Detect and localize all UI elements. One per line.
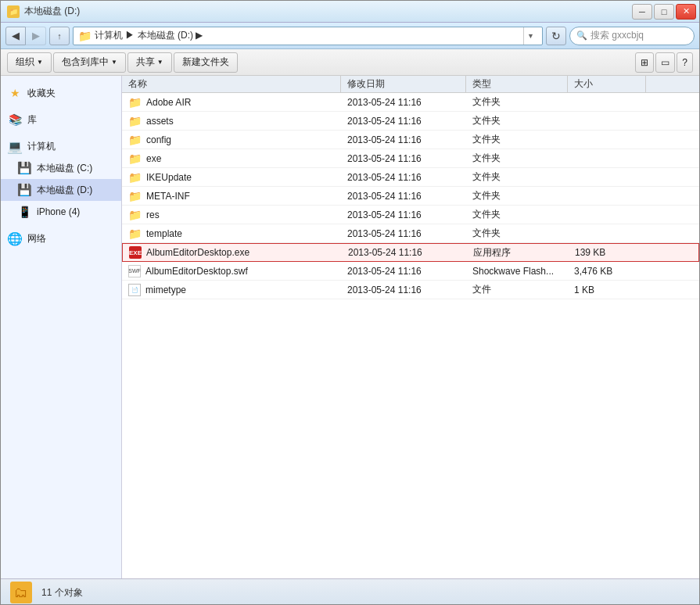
- iphone-icon: 📱: [16, 204, 32, 220]
- col-header-size[interactable]: 大小: [568, 76, 646, 92]
- file-name: AlbumEditorDesktop.exe: [146, 247, 249, 258]
- file-list-header: 名称 修改日期 类型 大小: [122, 76, 699, 93]
- col-header-type[interactable]: 类型: [466, 76, 568, 92]
- file-date-cell: 2013-05-24 11:16: [341, 149, 466, 167]
- file-date-cell: 2013-05-24 11:16: [341, 112, 466, 130]
- file-date-cell: 2013-05-24 11:16: [341, 93, 466, 111]
- file-type-cell: 文件夹: [466, 93, 568, 111]
- sidebar-library-label: 库: [27, 113, 115, 127]
- sidebar: ★ 收藏夹 📚 库 💻 计算机 💾 本地磁盘 (C:) 💾 本地磁盘 (D:: [1, 76, 122, 578]
- file-size-cell: 3,476 KB: [568, 262, 646, 280]
- file-name-cell: 📁 config: [122, 131, 341, 149]
- file-date-cell: 2013-05-24 11:16: [341, 206, 466, 224]
- sidebar-item-local-c[interactable]: 💾 本地磁盘 (C:): [1, 157, 121, 179]
- table-row[interactable]: 📁 assets 2013-05-24 11:16 文件夹: [122, 112, 699, 131]
- file-name-cell: EXE AlbumEditorDesktop.exe: [123, 244, 342, 261]
- file-name: exe: [146, 153, 161, 164]
- file-name-cell: 📁 META-INF: [122, 187, 341, 205]
- folder-icon: 📁: [128, 171, 142, 184]
- back-button[interactable]: ◀: [5, 27, 26, 45]
- sidebar-item-local-d[interactable]: 💾 本地磁盘 (D:): [1, 179, 121, 201]
- file-name: config: [146, 134, 171, 145]
- search-input[interactable]: 搜索 gxxcbjq: [591, 29, 687, 42]
- file-type-cell: 文件夹: [466, 187, 568, 205]
- library-dropdown-icon: ▼: [111, 59, 117, 66]
- refresh-button[interactable]: ↻: [546, 27, 566, 45]
- file-icon: 📄: [128, 284, 141, 296]
- window-title: 本地磁盘 (D:): [24, 5, 80, 18]
- close-button[interactable]: ✕: [676, 4, 696, 20]
- file-name: IKEUpdate: [146, 172, 192, 183]
- table-row[interactable]: SWF AlbumEditorDesktop.swf 2013-05-24 11…: [122, 262, 699, 281]
- table-row[interactable]: 📁 META-INF 2013-05-24 11:16 文件夹: [122, 187, 699, 206]
- file-date-cell: 2013-05-24 11:16: [341, 281, 466, 299]
- address-bar: ◀ ▶ ↑ 📁 计算机 ▶ 本地磁盘 (D:) ▶ ▼ ↻ 🔍 搜索 gxxcb…: [1, 23, 699, 49]
- sidebar-section-library: 📚 库: [1, 109, 121, 131]
- folder-icon: 📁: [128, 227, 142, 240]
- file-type-cell: 文件: [466, 281, 568, 299]
- file-type-cell: 文件夹: [466, 168, 568, 186]
- include-library-button[interactable]: 包含到库中 ▼: [53, 52, 126, 73]
- maximize-button[interactable]: □: [654, 4, 674, 20]
- table-row[interactable]: 📁 template 2013-05-24 11:16 文件夹: [122, 224, 699, 243]
- table-row[interactable]: 📁 exe 2013-05-24 11:16 文件夹: [122, 149, 699, 168]
- file-name-cell: 📁 Adobe AIR: [122, 93, 341, 111]
- title-bar-left: 📁 本地磁盘 (D:): [7, 5, 80, 18]
- table-row[interactable]: 📁 res 2013-05-24 11:16 文件夹: [122, 206, 699, 224]
- file-rows-container: 📁 Adobe AIR 2013-05-24 11:16 文件夹 📁 asset…: [122, 93, 699, 299]
- help-button[interactable]: ?: [677, 52, 693, 73]
- minimize-button[interactable]: ─: [632, 4, 652, 20]
- file-date-cell: 2013-05-24 11:16: [342, 244, 467, 261]
- file-name: mimetype: [145, 285, 186, 295]
- table-row[interactable]: 📄 mimetype 2013-05-24 11:16 文件 1 KB: [122, 281, 699, 299]
- file-date-cell: 2013-05-24 11:16: [341, 224, 466, 242]
- folder-icon: 📁: [128, 115, 142, 127]
- col-header-name[interactable]: 名称: [122, 76, 341, 92]
- sidebar-section-computer: 💻 计算机 💾 本地磁盘 (C:) 💾 本地磁盘 (D:) 📱 iPhone (…: [1, 135, 121, 223]
- up-button[interactable]: ↑: [49, 27, 70, 45]
- file-type-cell: 文件夹: [466, 149, 568, 167]
- file-name-cell: 📁 exe: [122, 149, 341, 167]
- sidebar-item-computer[interactable]: 💻 计算机: [1, 135, 121, 157]
- table-row[interactable]: 📁 IKEUpdate 2013-05-24 11:16 文件夹: [122, 168, 699, 187]
- file-name: Adobe AIR: [146, 97, 191, 108]
- file-size-cell: [568, 187, 646, 205]
- organize-dropdown-icon: ▼: [37, 59, 43, 66]
- view-options-button[interactable]: ⊞: [635, 52, 654, 73]
- share-button[interactable]: 共享 ▼: [127, 52, 172, 73]
- forward-button[interactable]: ▶: [26, 27, 46, 45]
- file-name-cell: 📄 mimetype: [122, 281, 341, 299]
- sidebar-local-c-label: 本地磁盘 (C:): [37, 162, 115, 175]
- table-row[interactable]: 📁 Adobe AIR 2013-05-24 11:16 文件夹: [122, 93, 699, 112]
- swf-icon: SWF: [128, 265, 141, 277]
- sidebar-item-iphone[interactable]: 📱 iPhone (4): [1, 201, 121, 223]
- sidebar-item-network[interactable]: 🌐 网络: [1, 227, 121, 249]
- address-text: 计算机 ▶ 本地磁盘 (D:) ▶: [95, 29, 520, 42]
- new-folder-button[interactable]: 新建文件夹: [174, 52, 238, 73]
- sidebar-item-favorites[interactable]: ★ 收藏夹: [1, 82, 121, 104]
- preview-pane-button[interactable]: ▭: [655, 52, 675, 73]
- exe-icon: EXE: [129, 246, 142, 259]
- computer-icon: 💻: [7, 138, 23, 154]
- drive-c-icon: 💾: [16, 160, 32, 176]
- file-type-cell: 应用程序: [467, 244, 569, 261]
- table-row[interactable]: 📁 config 2013-05-24 11:16 文件夹: [122, 131, 699, 149]
- main-layout: ★ 收藏夹 📚 库 💻 计算机 💾 本地磁盘 (C:) 💾 本地磁盘 (D:: [1, 76, 699, 578]
- file-name-cell: 📁 template: [122, 224, 341, 242]
- folder-icon: 📁: [128, 134, 142, 146]
- file-name: template: [146, 228, 182, 239]
- address-dropdown-arrow[interactable]: ▼: [523, 27, 537, 45]
- col-header-date[interactable]: 修改日期: [341, 76, 466, 92]
- status-bar: 🗂 11 个对象: [1, 578, 699, 605]
- table-row[interactable]: EXE AlbumEditorDesktop.exe 2013-05-24 11…: [122, 243, 699, 262]
- file-size-cell: [568, 224, 646, 242]
- search-wrap[interactable]: 🔍 搜索 gxxcbjq: [569, 27, 695, 45]
- file-size-cell: [568, 112, 646, 130]
- file-type-cell: 文件夹: [466, 224, 568, 242]
- file-size-cell: [568, 149, 646, 167]
- sidebar-item-library[interactable]: 📚 库: [1, 109, 121, 131]
- organize-button[interactable]: 组织 ▼: [7, 52, 52, 73]
- file-date-cell: 2013-05-24 11:16: [341, 262, 466, 280]
- address-input-wrap[interactable]: 📁 计算机 ▶ 本地磁盘 (D:) ▶ ▼: [73, 27, 543, 45]
- file-name-cell: 📁 assets: [122, 112, 341, 130]
